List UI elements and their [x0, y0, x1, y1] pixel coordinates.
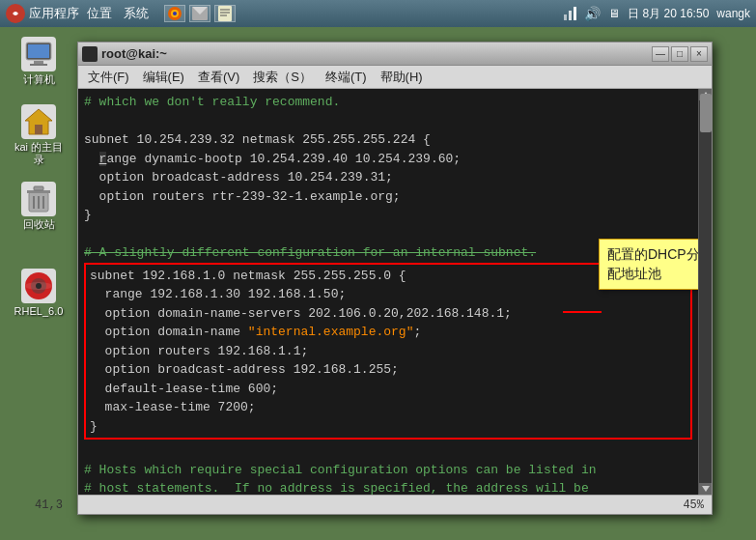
taskbar: 应用程序 位置 系统 [0, 0, 756, 27]
datetime: 日 8月 20 16:50 [628, 6, 709, 22]
menu-help[interactable]: 帮助(H) [375, 67, 429, 88]
subnet2-line9: } [90, 417, 686, 437]
menu-terminal[interactable]: 终端(T) [320, 67, 373, 88]
taskbar-menu-system[interactable]: 系统 [124, 5, 149, 22]
computer-label: 计算机 [23, 73, 55, 86]
code-line-6: option routers rtr-239-32-1.example.org; [84, 187, 692, 207]
desktop: 计算机 kai 的主目录 回收站 [0, 27, 756, 540]
svg-point-24 [25, 282, 52, 290]
taskbar-menu-position[interactable]: 位置 [87, 5, 112, 22]
svg-point-3 [173, 12, 177, 15]
terminal-content[interactable]: # which we don't really recommend. subne… [78, 89, 698, 495]
terminal-menubar: 文件(F) 编辑(E) 查看(V) 搜索（S） 终端(T) 帮助(H) [78, 66, 712, 89]
text-editor-icon[interactable] [214, 5, 236, 22]
zoom-level: 45% [683, 498, 704, 512]
svg-rect-10 [28, 44, 49, 58]
code-line-4: range dynamic-bootp 10.254.239.40 10.254… [84, 150, 692, 169]
code-line-hosts1: # Hosts which require special configurat… [84, 461, 692, 480]
svg-rect-5 [218, 6, 232, 21]
code-line-5: option broadcast-address 10.254.239.31; [84, 168, 692, 187]
username: wangk [716, 7, 750, 20]
terminal-window: root@kai:~ — □ × 文件(F) 编辑(E) 查看(V) 搜索（S）… [77, 42, 713, 515]
terminal-statusbar: 41,3 45% [78, 495, 712, 514]
annotation-box: 配置的DHCP分配地址池 [599, 239, 698, 290]
terminal-body: # which we don't really recommend. subne… [78, 89, 712, 495]
app-menu-icon [6, 4, 25, 23]
minimize-button[interactable]: — [652, 46, 669, 62]
code-line-2 [84, 112, 692, 131]
titlebar-buttons: — □ × [652, 46, 708, 62]
cursor-position: 41,3 [35, 498, 63, 512]
menu-view[interactable]: 查看(V) [192, 67, 245, 88]
subnet2-line7: default-lease-time 600; [90, 380, 686, 399]
menu-edit[interactable]: 编辑(E) [137, 67, 190, 88]
terminal-title: root@kai:~ [101, 46, 167, 61]
svg-rect-14 [35, 125, 42, 134]
terminal-icon [82, 46, 98, 62]
network-icon [564, 7, 576, 20]
code-line-hosts2: # host statements. If no address is spec… [84, 479, 692, 495]
svg-rect-11 [34, 61, 43, 64]
close-button[interactable]: × [690, 46, 708, 62]
subnet2-line8: max-lease-time 7200; [90, 398, 686, 417]
subnet2-line1: subnet 192.168.1.0 netmask 255.255.255.0… [90, 267, 686, 286]
trash-icon [21, 182, 56, 216]
firefox-icon[interactable] [164, 5, 185, 22]
maximize-button[interactable]: □ [671, 46, 688, 62]
desktop-icon-computer[interactable]: 计算机 [10, 37, 68, 86]
desktop-icon-trash[interactable]: 回收站 [10, 182, 68, 231]
desktop-icon-rhel[interactable]: RHEL_6.0 [10, 269, 68, 318]
code-line-blank2 [84, 441, 692, 461]
subnet2-line5: option routers 192.168.1.1; [90, 342, 686, 361]
volume-icon[interactable]: 🔊 [584, 6, 601, 21]
display-icon: 🖥 [608, 7, 620, 20]
home-icon [21, 104, 56, 139]
subnet2-line6: option broadcast-address 192.168.1.255; [90, 360, 686, 380]
app-menu-button[interactable]: 应用程序 [6, 4, 79, 23]
rhel-label: RHEL_6.0 [14, 305, 64, 318]
dvd-icon [21, 269, 56, 303]
code-line-7: } [84, 206, 692, 225]
scrollbar-thumb[interactable] [700, 94, 712, 132]
computer-icon [21, 37, 56, 71]
titlebar-left: root@kai:~ [82, 46, 167, 62]
taskbar-menu-items: 位置 系统 [87, 5, 149, 22]
subnet2-line3: option domain-name-servers 202.106.0.20,… [90, 304, 686, 324]
svg-rect-17 [34, 186, 43, 190]
statusbar-separator [70, 498, 676, 512]
code-line-3: subnet 10.254.239.32 netmask 255.255.255… [84, 130, 692, 150]
desktop-icon-home[interactable]: kai 的主目录 [10, 104, 68, 166]
subnet2-line2: range 192.168.1.30 192.168.1.50; [90, 285, 686, 304]
scrollbar[interactable] [698, 89, 712, 495]
menu-search[interactable]: 搜索（S） [247, 67, 318, 88]
scrollbar-down-btn[interactable] [699, 483, 712, 495]
taskbar-right: 🔊 🖥 日 8月 20 16:50 wangk [564, 6, 750, 22]
terminal-titlebar: root@kai:~ — □ × [78, 43, 712, 66]
annotation-text: 配置的DHCP分配地址池 [607, 246, 698, 281]
email-icon[interactable] [189, 5, 210, 22]
code-line-1: # which we don't really recommend. [84, 93, 692, 112]
menu-file[interactable]: 文件(F) [82, 67, 135, 88]
home-label: kai 的主目录 [10, 141, 68, 166]
svg-rect-12 [30, 64, 47, 66]
subnet2-line4: option domain-name "internal.example.org… [90, 323, 686, 342]
taskbar-left: 应用程序 位置 系统 [6, 4, 236, 23]
trash-label: 回收站 [23, 218, 55, 231]
app-menu-label: 应用程序 [29, 5, 79, 22]
